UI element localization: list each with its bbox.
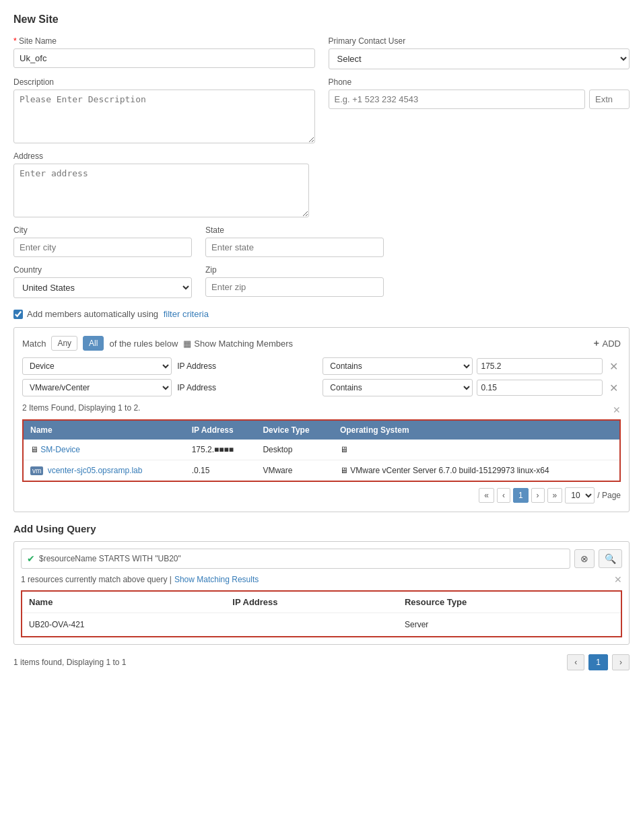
row-2-name-link[interactable]: vcenter-sjc05.opsramp.lab	[48, 466, 143, 475]
os-icon: 🖥	[340, 445, 348, 454]
query-row-1-resource-type: Server	[398, 613, 621, 637]
filter-criteria-link[interactable]: filter criteria	[164, 309, 209, 319]
extn-input[interactable]	[589, 90, 630, 109]
address-label: Address	[13, 151, 630, 161]
query-input-row: ✔ $resourceName STARTS WITH "UB20" ⊗ 🔍	[21, 549, 622, 569]
query-page-1-btn[interactable]: 1	[588, 654, 608, 670]
required-star: *	[13, 36, 17, 46]
row-2-os: 🖥 VMware vCenter Server 6.7.0 build-1512…	[333, 460, 620, 482]
zip-input[interactable]	[205, 277, 384, 297]
resources-match-text: 1 resources currently match above query …	[21, 575, 172, 584]
match-all-btn[interactable]: All	[83, 336, 104, 351]
row-1-name: 🖥 SM-Device	[23, 440, 185, 460]
country-label: Country	[13, 265, 192, 275]
phone-label: Phone	[329, 77, 630, 87]
rule-2-operator[interactable]: Contains	[323, 379, 472, 396]
country-group: Country United States	[13, 265, 192, 298]
next-page-btn[interactable]: ›	[531, 488, 545, 503]
query-bottom-pagination: 1 items found, Displaying 1 to 1 ‹ 1 ›	[13, 654, 630, 670]
page-title: New Site	[13, 13, 630, 26]
query-next-btn[interactable]: ›	[612, 654, 630, 670]
table-icon: ▦	[183, 339, 191, 349]
phone-row	[329, 90, 630, 109]
filter-results-close-icon[interactable]: ✕	[613, 405, 621, 415]
row-1-device-type: Desktop	[256, 440, 333, 460]
query-close-icon[interactable]: ✕	[614, 574, 622, 585]
rule-1-close-icon[interactable]: ✕	[607, 360, 621, 373]
rule-1-field: IP Address	[176, 359, 318, 374]
add-plus-icon: ＋	[592, 337, 601, 349]
table-row: UB20-OVA-421 Server	[22, 613, 621, 637]
items-found-row: 2 Items Found, Displaying 1 to 2. ✕	[22, 400, 621, 419]
query-box: ✔ $resourceName STARTS WITH "UB20" ⊗ 🔍 1…	[13, 541, 630, 645]
description-textarea[interactable]	[13, 90, 315, 143]
row-2-name: vm vcenter-sjc05.opsramp.lab	[23, 460, 185, 482]
query-table-header-row: Name IP Address Resource Type	[22, 591, 621, 613]
auto-members-row: Add members automatically using filter c…	[13, 309, 630, 319]
items-found-text: 2 Items Found, Displaying 1 to 2.	[22, 400, 140, 415]
show-matching-link[interactable]: ▦ Show Matching Members	[183, 339, 293, 349]
state-label: State	[205, 225, 384, 235]
add-rule-btn[interactable]: ＋ ADD	[592, 337, 621, 349]
last-page-btn[interactable]: »	[547, 488, 563, 503]
address-textarea[interactable]	[13, 164, 309, 217]
of-rules-label: of the rules below	[109, 339, 178, 349]
rule-row-2: VMware/vCenter IP Address Contains ✕	[22, 379, 621, 396]
primary-contact-select[interactable]: Select	[329, 48, 630, 69]
rule-1-value[interactable]	[477, 358, 603, 374]
rule-2-value[interactable]	[477, 380, 603, 396]
zip-group: Zip	[205, 265, 384, 298]
col-device-type: Device Type	[256, 420, 333, 440]
col-name: Name	[23, 420, 185, 440]
city-input[interactable]	[13, 238, 192, 257]
query-badge: ✔ $resourceName STARTS WITH "UB20"	[21, 549, 570, 569]
description-group: Description	[13, 77, 315, 143]
state-input[interactable]	[205, 238, 384, 257]
phone-input[interactable]	[329, 90, 586, 109]
country-select[interactable]: United States	[13, 277, 192, 298]
table-header-row: Name IP Address Device Type Operating Sy…	[23, 420, 620, 440]
auto-members-checkbox[interactable]	[13, 310, 23, 319]
query-bottom-info: 1 items found, Displaying 1 to 1	[13, 658, 563, 667]
site-name-input[interactable]	[13, 48, 315, 68]
query-col-name: Name	[22, 591, 226, 613]
current-page-btn[interactable]: 1	[513, 488, 529, 503]
rule-1-operator[interactable]: Contains	[323, 357, 472, 375]
query-col-ip: IP Address	[226, 591, 398, 613]
rule-row-1: Device IP Address Contains ✕	[22, 357, 621, 375]
query-clear-btn[interactable]: ⊗	[574, 549, 595, 568]
rule-2-type[interactable]: VMware/vCenter	[22, 379, 172, 396]
query-search-btn[interactable]: 🔍	[599, 549, 622, 568]
row-2-ip: .0.15	[185, 460, 257, 482]
filter-results-table: Name IP Address Device Type Operating Sy…	[22, 419, 621, 482]
table-row: vm vcenter-sjc05.opsramp.lab .0.15 VMwar…	[23, 460, 620, 482]
rule-2-close-icon[interactable]: ✕	[607, 382, 621, 394]
site-name-label: * Site Name	[13, 36, 315, 46]
rule-1-type[interactable]: Device	[22, 357, 172, 375]
table-row: 🖥 SM-Device 175.2.■■■■ Desktop 🖥	[23, 440, 620, 460]
row-1-name-link[interactable]: SM-Device	[40, 445, 80, 454]
rule-2-field: IP Address	[176, 380, 318, 395]
phone-group: Phone	[329, 77, 630, 143]
show-matching-results-link[interactable]: Show Matching Results	[174, 575, 259, 584]
first-page-btn[interactable]: «	[479, 488, 494, 503]
city-group: City	[13, 225, 192, 257]
col-ip: IP Address	[185, 420, 257, 440]
match-label: Match	[22, 339, 46, 349]
zip-label: Zip	[205, 265, 384, 275]
prev-page-btn[interactable]: ‹	[497, 488, 510, 503]
state-group: State	[205, 225, 384, 257]
device-icon: 🖥	[30, 445, 40, 454]
row-1-ip: 175.2.■■■■	[185, 440, 257, 460]
row-1-os: 🖥	[333, 440, 620, 460]
description-label: Description	[13, 77, 315, 87]
col-os: Operating System	[333, 420, 620, 440]
filter-box: Match Any All of the rules below ▦ Show …	[13, 327, 630, 512]
query-row-1-ip	[226, 613, 398, 637]
primary-contact-label: Primary Contact User	[329, 36, 630, 46]
match-any-btn[interactable]: Any	[51, 336, 77, 351]
per-page-select[interactable]: 10 25 50	[565, 487, 595, 503]
row-2-device-type: VMware	[256, 460, 333, 482]
query-info: 1 resources currently match above query …	[21, 574, 622, 585]
query-prev-btn[interactable]: ‹	[567, 654, 584, 670]
